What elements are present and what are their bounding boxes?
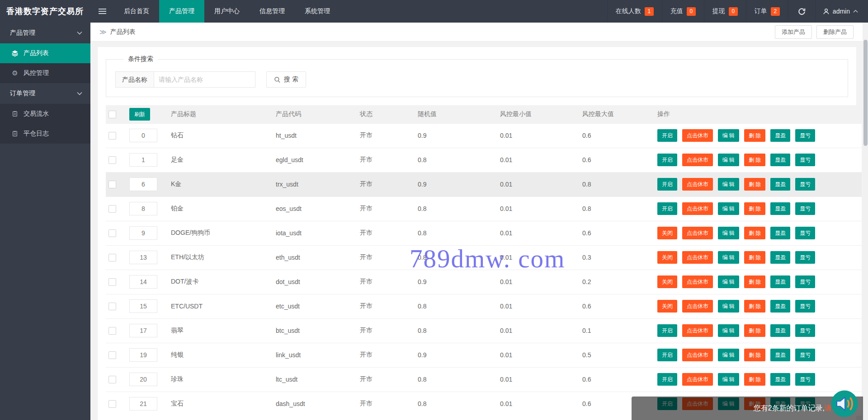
sidebar-group-orders[interactable]: 订单管理	[0, 83, 90, 104]
delete-button[interactable]: 删 除	[744, 275, 765, 288]
show-profit-button[interactable]: 显盈	[770, 202, 790, 215]
user-menu[interactable]: admin	[815, 0, 868, 23]
sort-order-input[interactable]: 19	[129, 348, 157, 362]
row-checkbox[interactable]	[108, 400, 116, 408]
delete-button[interactable]: 删 除	[744, 324, 765, 337]
toggle-market-button[interactable]: 关闭	[657, 251, 677, 264]
row-checkbox[interactable]	[108, 205, 116, 213]
refresh-table-button[interactable]: 刷新	[129, 108, 150, 121]
toggle-market-button[interactable]: 开启	[657, 373, 677, 386]
edit-button[interactable]: 编 辑	[718, 275, 739, 288]
rest-market-button[interactable]: 点击休市	[682, 178, 713, 191]
toggle-market-button[interactable]: 关闭	[657, 227, 677, 239]
show-loss-button[interactable]: 显亏	[795, 154, 815, 166]
row-checkbox[interactable]	[108, 181, 116, 188]
edit-button[interactable]: 编 辑	[718, 251, 739, 264]
row-checkbox[interactable]	[108, 376, 116, 383]
delete-button[interactable]: 删 除	[744, 178, 765, 191]
sidebar-item-risk-management[interactable]: ⚙ 风控管理	[0, 63, 90, 83]
show-profit-button[interactable]: 显盈	[770, 251, 790, 264]
withdraw-stat[interactable]: 提现 0	[704, 0, 746, 23]
toggle-market-button[interactable]: 关闭	[657, 300, 677, 313]
sort-order-input[interactable]: 21	[129, 397, 157, 411]
toggle-market-button[interactable]: 开启	[657, 129, 677, 142]
delete-button[interactable]: 删 除	[744, 300, 765, 313]
rest-market-button[interactable]: 点击休市	[682, 251, 713, 264]
tab-system-management[interactable]: 系统管理	[295, 0, 340, 23]
sidebar-item-close-log[interactable]: 平仓日志	[0, 124, 90, 144]
tab-product-management[interactable]: 产品管理	[159, 0, 204, 23]
row-checkbox[interactable]	[108, 156, 116, 164]
sort-order-input[interactable]: 9	[129, 226, 157, 240]
rest-market-button[interactable]: 点击休市	[682, 349, 713, 361]
sidebar-group-product[interactable]: 产品管理	[0, 23, 90, 43]
show-profit-button[interactable]: 显盈	[770, 324, 790, 337]
orders-stat[interactable]: 订单 2	[746, 0, 788, 23]
show-loss-button[interactable]: 显亏	[795, 178, 815, 191]
edit-button[interactable]: 编 辑	[718, 324, 739, 337]
sort-order-input[interactable]: 15	[129, 299, 157, 313]
show-profit-button[interactable]: 显盈	[770, 349, 790, 361]
tab-info-management[interactable]: 信息管理	[250, 0, 295, 23]
show-loss-button[interactable]: 显亏	[795, 251, 815, 264]
row-checkbox[interactable]	[108, 303, 116, 310]
toggle-market-button[interactable]: 开启	[657, 154, 677, 166]
edit-button[interactable]: 编 辑	[718, 300, 739, 313]
show-loss-button[interactable]: 显亏	[795, 202, 815, 215]
row-checkbox[interactable]	[108, 327, 116, 335]
show-loss-button[interactable]: 显亏	[795, 373, 815, 386]
delete-button[interactable]: 删 除	[744, 202, 765, 215]
delete-product-button[interactable]: 删除产品	[816, 25, 854, 39]
rest-market-button[interactable]: 点击休市	[682, 324, 713, 337]
rest-market-button[interactable]: 点击休市	[682, 373, 713, 386]
page-scrollbar[interactable]	[863, 23, 868, 420]
show-loss-button[interactable]: 显亏	[795, 275, 815, 288]
delete-button[interactable]: 删 除	[744, 349, 765, 361]
edit-button[interactable]: 编 辑	[718, 202, 739, 215]
rest-market-button[interactable]: 点击休市	[682, 129, 713, 142]
tab-dashboard[interactable]: 后台首页	[114, 0, 159, 23]
row-checkbox[interactable]	[108, 278, 116, 286]
edit-button[interactable]: 编 辑	[718, 154, 739, 166]
rest-market-button[interactable]: 点击休市	[682, 275, 713, 288]
toggle-market-button[interactable]: 开启	[657, 324, 677, 337]
collapse-sidebar-button[interactable]	[90, 0, 114, 23]
delete-button[interactable]: 删 除	[744, 129, 765, 142]
sort-order-input[interactable]: 6	[129, 177, 157, 191]
show-profit-button[interactable]: 显盈	[770, 129, 790, 142]
row-checkbox[interactable]	[108, 351, 116, 359]
online-users-stat[interactable]: 在线人数 1	[607, 0, 662, 23]
sort-order-input[interactable]: 8	[129, 202, 157, 215]
toggle-market-button[interactable]: 开启	[657, 349, 677, 361]
scrollbar-thumb[interactable]	[863, 40, 868, 146]
tab-user-center[interactable]: 用户中心	[204, 0, 250, 23]
edit-button[interactable]: 编 辑	[718, 129, 739, 142]
show-profit-button[interactable]: 显盈	[770, 300, 790, 313]
show-profit-button[interactable]: 显盈	[770, 227, 790, 239]
refresh-page-button[interactable]	[788, 0, 815, 23]
show-loss-button[interactable]: 显亏	[795, 300, 815, 313]
deposit-stat[interactable]: 充值 0	[662, 0, 704, 23]
delete-button[interactable]: 删 除	[744, 251, 765, 264]
show-loss-button[interactable]: 显亏	[795, 227, 815, 239]
row-checkbox[interactable]	[108, 229, 116, 237]
sort-order-input[interactable]: 20	[129, 373, 157, 386]
show-loss-button[interactable]: 显亏	[795, 324, 815, 337]
add-product-button[interactable]: 添加产品	[775, 25, 812, 39]
sidebar-item-trade-flow[interactable]: 交易流水	[0, 104, 90, 124]
show-profit-button[interactable]: 显盈	[770, 154, 790, 166]
show-loss-button[interactable]: 显亏	[795, 129, 815, 142]
delete-button[interactable]: 删 除	[744, 227, 765, 239]
rest-market-button[interactable]: 点击休市	[682, 154, 713, 166]
edit-button[interactable]: 编 辑	[718, 227, 739, 239]
delete-button[interactable]: 删 除	[744, 154, 765, 166]
rest-market-button[interactable]: 点击休市	[682, 227, 713, 239]
row-checkbox[interactable]	[108, 132, 116, 140]
sort-order-input[interactable]: 17	[129, 324, 157, 337]
sort-order-input[interactable]: 14	[129, 275, 157, 289]
sort-order-input[interactable]: 13	[129, 251, 157, 264]
show-profit-button[interactable]: 显盈	[770, 373, 790, 386]
rest-market-button[interactable]: 点击休市	[682, 202, 713, 215]
edit-button[interactable]: 编 辑	[718, 373, 739, 386]
edit-button[interactable]: 编 辑	[718, 178, 739, 191]
